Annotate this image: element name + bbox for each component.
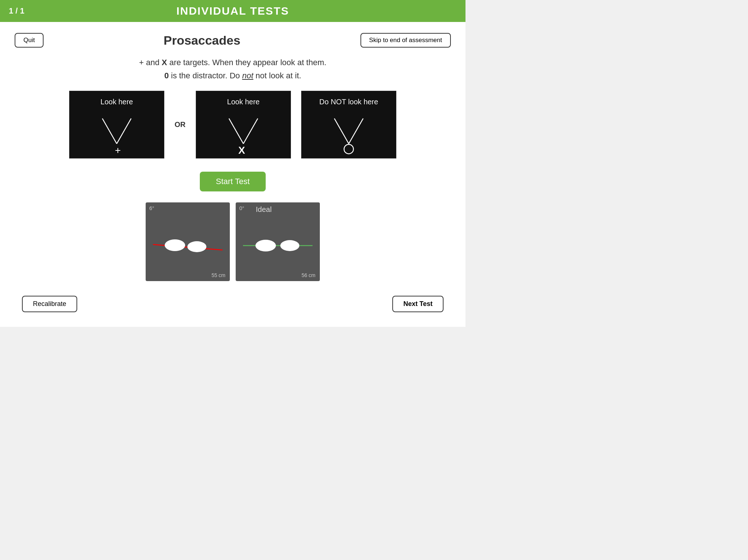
eye-panel-2-svg bbox=[236, 202, 320, 281]
svg-line-3 bbox=[229, 119, 243, 144]
instr-zero: 0 bbox=[164, 71, 169, 80]
quit-button[interactable]: Quit bbox=[15, 33, 44, 48]
demo-boxes-row: Look here + OR Look here X Do NOT bbox=[15, 91, 451, 158]
svg-point-11 bbox=[187, 241, 206, 252]
instructions-section: + and X are targets. When they appear lo… bbox=[15, 58, 451, 81]
demo-plus-svg: + bbox=[76, 111, 157, 158]
demo-box-circle-label: Do NOT look here bbox=[319, 98, 378, 106]
svg-point-10 bbox=[165, 239, 185, 251]
eye-panel-1-svg bbox=[146, 202, 230, 281]
svg-line-7 bbox=[349, 119, 363, 144]
svg-line-1 bbox=[117, 119, 131, 144]
demo-box-cross: Look here X bbox=[196, 91, 291, 158]
demo-box-cross-label: Look here bbox=[227, 98, 260, 106]
header-bar: 1 / 1 INDIVIDUAL TESTS bbox=[0, 0, 465, 22]
progress-indicator: 1 / 1 bbox=[9, 6, 25, 16]
bottom-row: Recalibrate Next Test bbox=[15, 296, 451, 312]
instr-x: X bbox=[162, 58, 167, 67]
svg-line-0 bbox=[102, 119, 117, 144]
instr-line2-pre: is the distractor. Do bbox=[169, 71, 242, 80]
page-header-title: INDIVIDUAL TESTS bbox=[176, 5, 289, 17]
instruction-line-1: + and X are targets. When they appear lo… bbox=[15, 58, 451, 67]
or-label: OR bbox=[164, 120, 196, 129]
instr-line2-post: not look at it. bbox=[253, 71, 301, 80]
svg-point-14 bbox=[280, 240, 299, 251]
svg-text:X: X bbox=[238, 145, 245, 156]
skip-button[interactable]: Skip to end of assessment bbox=[360, 33, 451, 48]
eye-panels-row: 6° 55 cm 0° Ideal 56 cm bbox=[15, 202, 451, 281]
recalibrate-button[interactable]: Recalibrate bbox=[22, 296, 77, 312]
eye-panel-2: 0° Ideal 56 cm bbox=[236, 202, 320, 281]
start-test-row: Start Test bbox=[15, 172, 451, 191]
demo-box-plus: Look here + bbox=[69, 91, 164, 158]
main-content: Quit Prosaccades Skip to end of assessme… bbox=[0, 22, 465, 327]
svg-text:+: + bbox=[115, 145, 121, 156]
eye-panel-1: 6° 55 cm bbox=[146, 202, 230, 281]
svg-point-13 bbox=[255, 240, 276, 251]
start-test-button[interactable]: Start Test bbox=[200, 172, 266, 191]
instr-line1-rest: are targets. When they appear look at th… bbox=[167, 58, 326, 67]
demo-box-plus-label: Look here bbox=[101, 98, 133, 106]
demo-cross-svg: X bbox=[203, 111, 284, 158]
demo-circle-svg bbox=[308, 111, 389, 158]
svg-line-4 bbox=[243, 119, 258, 144]
test-title: Prosaccades bbox=[44, 33, 360, 48]
instr-plus: + and bbox=[139, 58, 162, 67]
svg-point-8 bbox=[344, 145, 354, 154]
demo-box-circle: Do NOT look here bbox=[301, 91, 396, 158]
instruction-line-2: 0 is the distractor. Do not not look at … bbox=[15, 71, 451, 81]
top-row: Quit Prosaccades Skip to end of assessme… bbox=[15, 33, 451, 48]
instr-not: not bbox=[242, 71, 254, 80]
next-test-button[interactable]: Next Test bbox=[392, 296, 444, 312]
svg-line-6 bbox=[334, 119, 349, 144]
